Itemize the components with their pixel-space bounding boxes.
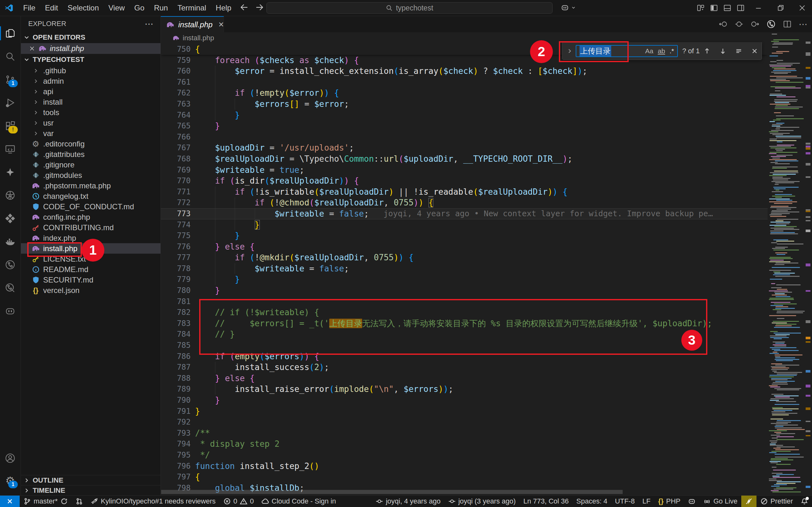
status-gremlin[interactable] [684, 496, 699, 507]
code-line-774[interactable]: 774 } [161, 219, 768, 230]
match-case-icon[interactable]: Aa [645, 47, 653, 55]
menu-edit[interactable]: Edit [40, 2, 63, 14]
status-commit[interactable]: joyqi (3 years ago) [444, 496, 520, 507]
status-braces[interactable]: {}PHP [654, 496, 684, 507]
menu-view[interactable]: View [104, 2, 130, 14]
code-line-778[interactable]: 778 $writeable = false; [161, 263, 768, 274]
code-line-779[interactable]: 779 } [161, 274, 768, 285]
open-editor-install-php[interactable]: install.php [20, 43, 161, 54]
split-editor-icon[interactable] [783, 20, 792, 29]
close-window-icon[interactable] [798, 4, 806, 12]
workspace-header[interactable]: TYPECHOTEST [20, 54, 161, 65]
status-item-right-4[interactable]: UTF-8 [611, 496, 639, 507]
code-line-796[interactable]: 796function install_step_2() [161, 461, 768, 472]
tree-item-var[interactable]: var [20, 128, 161, 138]
activity-account-icon[interactable] [0, 449, 20, 468]
activity-settings-icon[interactable]: ⚙1 [0, 471, 20, 490]
menu-terminal[interactable]: Terminal [172, 2, 211, 14]
status-prettier-off[interactable]: Prettier [757, 496, 797, 507]
assistant-menu[interactable] [561, 3, 576, 12]
remote-indicator[interactable] [0, 496, 20, 507]
tree-item-code-of-conduct-md[interactable]: CODE_OF_CONDUCT.md [20, 201, 161, 212]
code-line-765[interactable]: 765 } [161, 120, 768, 131]
tree-item-changelog-txt[interactable]: changelog.txt [20, 191, 161, 201]
regex-icon[interactable]: .* [669, 47, 674, 55]
code-line-795[interactable]: 795 */ [161, 450, 768, 461]
code-line-792[interactable]: 792 [161, 417, 768, 428]
activity-source-control-icon[interactable]: 1 [0, 70, 20, 89]
menu-selection[interactable]: Selection [63, 2, 104, 14]
menu-go[interactable]: Go [129, 2, 149, 14]
code-line-789[interactable]: 789 install_raise_error(implode("\n", $e… [161, 384, 768, 395]
code-area[interactable]: 750{759 foreach ($checks as $check) {760… [161, 44, 768, 496]
activity-cloud-code-icon[interactable] [0, 209, 20, 228]
activity-explorer-icon[interactable] [0, 24, 20, 43]
code-line-787[interactable]: 787 install_success(2); [161, 362, 768, 373]
tree-item-tools[interactable]: tools [20, 107, 161, 118]
minimize-icon[interactable] [754, 4, 762, 12]
sidebar-more-actions-icon[interactable]: ⋯ [145, 19, 154, 29]
menu-help[interactable]: Help [211, 2, 236, 14]
code-line-776[interactable]: 776 } else { [161, 241, 768, 252]
tree-item--gitmodules[interactable]: .gitmodules [20, 170, 161, 180]
code-line-780[interactable]: 780 } [161, 285, 768, 296]
toggle-panel-icon[interactable] [723, 4, 732, 12]
tree-item-vercel-json[interactable]: {}vercel.json [20, 285, 161, 295]
status-branch[interactable]: master* [20, 496, 72, 507]
outline-section[interactable]: OUTLINE [20, 475, 161, 486]
find-next-icon[interactable] [719, 47, 727, 55]
activity-kubernetes-icon[interactable] [0, 186, 20, 205]
command-center-search[interactable]: typechotest [266, 2, 552, 14]
close-find-icon[interactable] [751, 47, 758, 55]
status-commit[interactable]: joyqi, 4 years ago [372, 496, 444, 507]
tree-item--gitattributes[interactable]: .gitattributes [20, 149, 161, 160]
status-cloud[interactable]: Cloud Code - Sign in [258, 496, 340, 507]
status-item-right-2[interactable]: Ln 773, Col 36 [520, 496, 573, 507]
code-line-762[interactable]: 762 if (!empty($error)) { [161, 88, 768, 99]
tree-item-readme-md[interactable]: README.md [20, 264, 161, 275]
code-line-764[interactable]: 764 } [161, 110, 768, 121]
nav-forward-icon[interactable] [255, 3, 264, 12]
close-editor-icon[interactable] [29, 45, 35, 52]
open-editors-header[interactable]: OPEN EDITORS [20, 32, 161, 43]
find-previous-icon[interactable] [703, 47, 711, 55]
tree-item--gitignore[interactable]: .gitignore [20, 160, 161, 170]
next-change-icon[interactable] [751, 20, 759, 29]
horizontal-scrollbar[interactable] [161, 490, 622, 494]
code-line-766[interactable]: 766 [161, 131, 768, 143]
code-line-777[interactable]: 777 if (!@mkdir($realUploadDir, 0755)) { [161, 252, 768, 263]
code-line-771[interactable]: 771 if (!is_writable($realUploadDir) || … [161, 186, 768, 198]
tab-install-php[interactable]: install.php ✕ [161, 16, 224, 32]
code-line-770[interactable]: 770 if (is_dir($realUploadDir)) { [161, 175, 768, 186]
timeline-section[interactable]: TIMELINE [20, 485, 161, 496]
activity-gitlens-icon[interactable] [0, 255, 20, 274]
whole-word-icon[interactable]: ab [658, 47, 665, 55]
activity-extensions-icon[interactable]: ! [0, 116, 20, 135]
code-line-772[interactable]: 772 if (!@chmod($realUploadDir, 0755)) { [161, 197, 768, 208]
tree-item-contributing-md[interactable]: CONTRIBUTING.md [20, 222, 161, 233]
status-zap-off[interactable] [741, 496, 757, 507]
toggle-sidebar-icon[interactable] [710, 4, 718, 12]
code-line-768[interactable]: 768 $realUploadDir = \Typecho\Common::ur… [161, 154, 768, 165]
status-rocket[interactable]: KylinOIO/typecho#1 needs reviewers [87, 496, 219, 507]
code-line-773[interactable]: 773 $writeable = false;joyqi, 4 years ag… [161, 208, 768, 219]
tree-item-security-md[interactable]: SECURITY.md [20, 275, 161, 285]
status-bell[interactable] [797, 496, 812, 507]
menu-run[interactable]: Run [149, 2, 172, 14]
nav-back-icon[interactable] [239, 3, 249, 12]
tree-item--github[interactable]: .github [20, 65, 161, 76]
activity-sparkle-icon[interactable] [0, 163, 20, 182]
close-tab-icon[interactable]: ✕ [218, 20, 224, 29]
prev-change-icon[interactable] [719, 20, 727, 29]
tree-item-api[interactable]: api [20, 86, 161, 97]
file-history-icon[interactable] [766, 19, 776, 29]
activity-robot-icon[interactable] [0, 301, 20, 321]
activity-remote-explorer-icon[interactable] [0, 139, 20, 159]
code-line-788[interactable]: 788 } else { [161, 373, 768, 384]
customize-layout-icon[interactable] [697, 4, 705, 12]
code-line-760[interactable]: 760 $error = install_check_extension(is_… [161, 66, 768, 77]
tree-item-install[interactable]: install [20, 97, 161, 107]
code-line-763[interactable]: 763 $errors[] = $error; [161, 99, 768, 110]
tree-item--editorconfig[interactable]: ⚙.editorconfig [20, 138, 161, 149]
code-line-769[interactable]: 769 $writeable = true; [161, 165, 768, 176]
